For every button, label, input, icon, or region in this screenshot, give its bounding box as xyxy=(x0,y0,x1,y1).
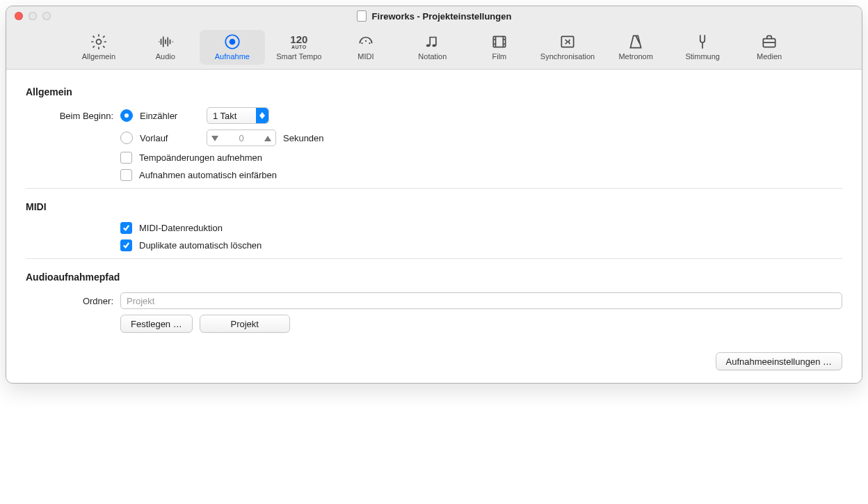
gear-icon xyxy=(86,31,111,52)
tab-label: MIDI xyxy=(357,52,373,61)
tab-notation[interactable]: Notation xyxy=(400,30,465,65)
stepper-down-icon[interactable] xyxy=(211,133,218,143)
record-tempo-changes-checkbox[interactable] xyxy=(120,152,132,164)
minimize-window-button[interactable] xyxy=(29,12,37,20)
section-heading-general: Allgemein xyxy=(26,86,842,97)
auto-erase-duplicates-checkbox[interactable] xyxy=(120,239,132,251)
tab-label: Film xyxy=(492,52,506,61)
auto-label: AUTO xyxy=(291,45,307,49)
folder-path-value: Projekt xyxy=(127,296,154,306)
svg-point-0 xyxy=(96,40,101,45)
auto-colorize-label: Aufnahmen automatisch einfärben xyxy=(139,170,277,180)
stepper-up-icon[interactable] xyxy=(264,133,271,143)
metronome-icon xyxy=(623,31,648,52)
window-title-area: Fireworks - Projekteinstellungen xyxy=(6,10,862,22)
tuning-fork-icon xyxy=(690,31,715,52)
updown-arrows-icon xyxy=(256,108,268,123)
folder-path-field[interactable]: Projekt xyxy=(120,292,842,309)
seconds-unit-label: Sekunden xyxy=(283,133,324,143)
auto-colorize-checkbox[interactable] xyxy=(120,169,132,181)
tab-label: Aufnahme xyxy=(215,52,250,61)
tab-stimmung[interactable]: Stimmung xyxy=(670,30,735,65)
tab-film[interactable]: Film xyxy=(467,30,532,65)
section-heading-midi: MIDI xyxy=(26,201,842,212)
sync-icon xyxy=(555,31,580,52)
bpm-value: 120 xyxy=(290,34,307,45)
section-divider xyxy=(26,258,842,259)
auto-erase-duplicates-label: Duplikate automatisch löschen xyxy=(139,240,262,251)
tab-label: Stimmung xyxy=(685,52,720,61)
svg-point-2 xyxy=(230,39,236,45)
count-in-radio[interactable] xyxy=(120,109,133,122)
record-tempo-changes-label: Tempoänderungen aufnehmen xyxy=(139,152,262,163)
set-folder-button[interactable]: Festlegen … xyxy=(120,315,193,333)
section-heading-audio-path: Audioaufnahmepfad xyxy=(26,271,842,283)
tab-allgemein[interactable]: Allgemein xyxy=(66,30,131,65)
close-window-button[interactable] xyxy=(15,12,23,20)
film-icon xyxy=(487,31,512,52)
zoom-window-button[interactable] xyxy=(42,12,51,20)
preroll-seconds-stepper[interactable]: 0 xyxy=(207,129,276,146)
tab-label: Audio xyxy=(156,52,175,61)
tab-label: Metronom xyxy=(618,52,653,61)
tab-synchronisation[interactable]: Synchronisation xyxy=(533,30,602,65)
titlebar: Fireworks - Projekteinstellungen xyxy=(6,6,862,26)
tab-label: Medien xyxy=(757,52,782,61)
midi-icon xyxy=(353,31,378,52)
tab-metronom[interactable]: Metronom xyxy=(603,30,668,65)
section-divider xyxy=(26,188,842,189)
tab-label: Smart Tempo xyxy=(276,52,321,61)
when-start-label: Beim Beginn: xyxy=(26,111,120,121)
window-controls xyxy=(6,12,51,20)
midi-data-reduction-checkbox[interactable] xyxy=(120,222,132,234)
svg-point-4 xyxy=(365,40,367,42)
bars-popup[interactable]: 1 Takt xyxy=(207,107,269,124)
waveform-icon xyxy=(153,31,178,52)
preroll-seconds-value: 0 xyxy=(234,133,248,143)
svg-point-3 xyxy=(361,42,362,44)
folder-label: Ordner: xyxy=(26,296,120,306)
briefcase-icon xyxy=(757,31,782,52)
count-in-label: Einzähler xyxy=(140,111,200,121)
preroll-radio[interactable] xyxy=(120,132,133,144)
tab-medien[interactable]: Medien xyxy=(737,30,802,65)
tab-midi[interactable]: MIDI xyxy=(333,30,399,65)
smart-tempo-icon: 120 AUTO xyxy=(287,31,312,52)
document-proxy-icon xyxy=(357,10,367,22)
project-folder-button[interactable]: Projekt xyxy=(200,315,290,333)
recording-settings-button[interactable]: Aufnahmeeinstellungen … xyxy=(716,352,843,370)
settings-toolbar: Allgemein Audio Aufnahme 120 AUTO Smart … xyxy=(6,26,862,70)
tab-content-aufnahme: Allgemein Beim Beginn: Einzähler 1 Takt xyxy=(6,70,862,383)
preroll-label: Vorlauf xyxy=(140,133,200,143)
tab-label: Notation xyxy=(418,52,447,61)
tab-label: Allgemein xyxy=(82,52,115,61)
settings-window: Fireworks - Projekteinstellungen Allgeme… xyxy=(6,6,862,384)
tab-aufnahme[interactable]: Aufnahme xyxy=(200,30,265,65)
notation-icon xyxy=(420,31,445,52)
tab-audio[interactable]: Audio xyxy=(133,30,198,65)
tab-label: Synchronisation xyxy=(540,52,595,61)
midi-data-reduction-label: MIDI-Datenreduktion xyxy=(139,223,223,233)
record-icon xyxy=(220,31,245,52)
bars-value: 1 Takt xyxy=(213,111,236,121)
tab-smart-tempo[interactable]: 120 AUTO Smart Tempo xyxy=(266,30,332,65)
svg-point-5 xyxy=(369,42,370,44)
window-title: Fireworks - Projekteinstellungen xyxy=(372,11,512,22)
